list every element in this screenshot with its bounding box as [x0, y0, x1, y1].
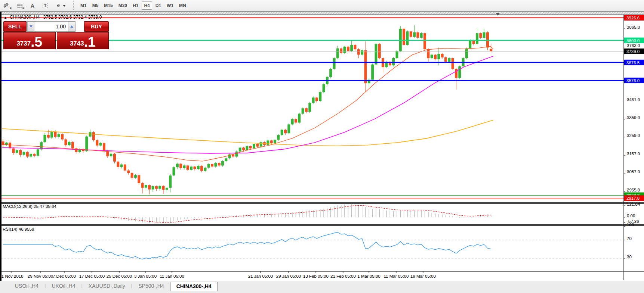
- candle: [19, 150, 22, 155]
- candle: [347, 47, 349, 51]
- arrows-glyph: [55, 3, 61, 8]
- cursor-mode-icon[interactable]: [53, 1, 68, 10]
- candle: [323, 84, 325, 93]
- axis-tick-label: 100: [627, 222, 634, 227]
- candle: [242, 148, 245, 150]
- tf-button-m30[interactable]: M30: [116, 1, 129, 10]
- candle: [413, 32, 416, 37]
- candle: [371, 65, 374, 80]
- buy-price-main: 3743: [70, 40, 84, 47]
- candle: [448, 58, 450, 62]
- tf-button-m1[interactable]: M1: [78, 1, 89, 10]
- candle: [158, 186, 161, 189]
- one-click-trade-panel: SELL BUY 3737 .5 3743 .1: [3, 21, 109, 49]
- sell-price-panel[interactable]: 3737 .5: [3, 32, 56, 49]
- grid-glyph: [17, 4, 22, 8]
- time-axis-label: 21 Feb 05:00: [330, 274, 356, 278]
- tab-ukoil[interactable]: UKOil-,H4: [46, 282, 81, 290]
- candle: [364, 50, 367, 84]
- candle: [246, 146, 248, 150]
- candle: [490, 49, 492, 52]
- candle: [61, 134, 64, 139]
- candle: [92, 132, 95, 140]
- volume-input[interactable]: [34, 22, 68, 31]
- candle: [68, 142, 71, 145]
- candle: [221, 161, 224, 166]
- candle: [166, 188, 168, 190]
- axis-tick-label: 3359.0: [627, 115, 640, 120]
- tf-button-w1[interactable]: W1: [164, 1, 176, 10]
- candle: [211, 164, 213, 167]
- axis-tick-label: 3865.0: [627, 25, 640, 29]
- tf-button-mn[interactable]: MN: [177, 1, 188, 10]
- tf-button-d1[interactable]: D1: [153, 1, 163, 10]
- macd-indicator-label: MACD(12,26,9) 25.47 39.64: [3, 204, 56, 209]
- grid-icon-f[interactable]: F: [15, 1, 25, 10]
- volume-decrease-button[interactable]: [27, 22, 34, 31]
- tf-button-m15[interactable]: M15: [102, 1, 115, 10]
- candle: [295, 119, 297, 123]
- candle: [410, 31, 412, 37]
- candle: [225, 158, 227, 161]
- candle: [298, 114, 301, 123]
- buy-price-panel[interactable]: 3743 .1: [57, 32, 109, 49]
- candle: [162, 186, 165, 190]
- candle: [350, 45, 353, 51]
- tf-button-m5[interactable]: M5: [90, 1, 101, 10]
- chart-profile-icon-e[interactable]: E: [2, 1, 12, 10]
- candle: [71, 142, 74, 148]
- main-toolbar: E F A T M1 M5 M15 M30 H1 H4 D1 W1 MN: [0, 0, 644, 12]
- dropdown-caret-icon: [63, 5, 66, 7]
- candle: [141, 183, 144, 188]
- time-axis-label: 21 Nov 2018: [1, 274, 24, 278]
- candle: [179, 164, 182, 168]
- font-icon[interactable]: A: [28, 1, 37, 10]
- sell-button[interactable]: SELL: [3, 21, 27, 32]
- time-axis-label: 19 Mar 05:00: [410, 274, 436, 278]
- candle: [476, 33, 478, 44]
- candle: [33, 154, 36, 156]
- svg-text:2917.8: 2917.8: [626, 196, 640, 200]
- candle: [420, 33, 423, 38]
- time-axis-label: 11 Mar 05:00: [384, 274, 409, 278]
- rsi-indicator-label: RSI(14) 46.9559: [3, 227, 34, 231]
- candle: [110, 154, 113, 156]
- tab-xauusd[interactable]: XAUUSD-,Daily: [83, 282, 131, 290]
- candle: [319, 92, 321, 101]
- text-label-icon[interactable]: T: [40, 1, 50, 10]
- candle: [127, 171, 130, 173]
- candle: [284, 130, 287, 134]
- candle: [113, 154, 116, 162]
- candle: [117, 162, 119, 167]
- candle: [260, 142, 262, 147]
- tab-usoil[interactable]: USOil-,H4: [9, 282, 44, 290]
- buy-button[interactable]: BUY: [84, 21, 109, 32]
- tf-button-h1[interactable]: H1: [130, 1, 141, 10]
- tf-button-h4[interactable]: H4: [142, 1, 152, 10]
- time-axis-label: 1 Mar 05:00: [357, 274, 380, 278]
- svg-text:3800.0: 3800.0: [626, 38, 640, 43]
- candle: [431, 55, 433, 59]
- candle: [434, 55, 437, 59]
- axis-tick-label: 3259.0: [627, 133, 640, 138]
- candle: [204, 168, 207, 171]
- candle: [183, 165, 186, 168]
- time-axis-label: 25 Dec 05:00: [107, 274, 132, 278]
- candle: [354, 45, 357, 49]
- volume-increase-button[interactable]: [68, 22, 75, 31]
- tab-china300[interactable]: CHINA300-,H4: [170, 282, 218, 291]
- chart-canvas[interactable]: 3865.03763.03663.03561.03461.03359.03259…: [1, 12, 644, 281]
- candle: [329, 69, 332, 77]
- tab-sp500[interactable]: SP500-,H4: [132, 282, 170, 290]
- candle: [427, 49, 429, 58]
- candle: [169, 175, 172, 188]
- candle: [375, 44, 378, 65]
- candle: [406, 31, 409, 45]
- candle: [155, 186, 158, 189]
- candle: [173, 167, 175, 175]
- candle: [64, 140, 67, 145]
- candle: [235, 152, 238, 156]
- candle: [458, 66, 461, 78]
- candle: [23, 152, 25, 155]
- candle: [176, 164, 179, 168]
